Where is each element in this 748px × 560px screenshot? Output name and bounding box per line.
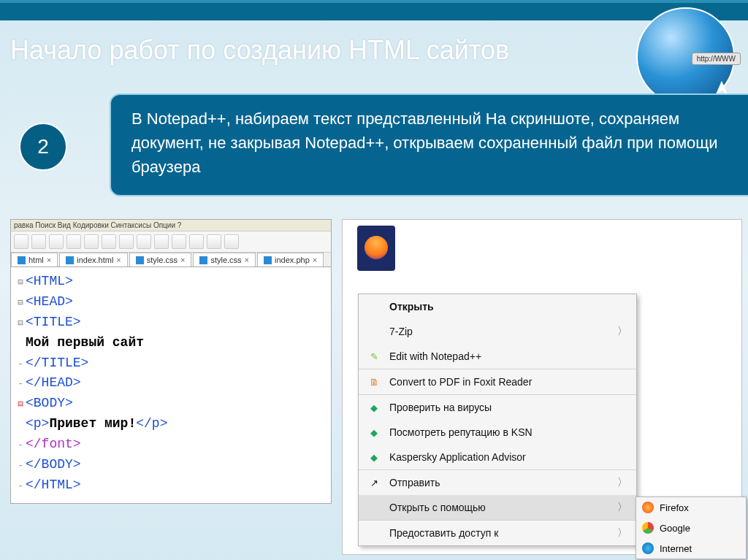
- submenu-firefox[interactable]: Firefox: [636, 497, 746, 518]
- share-icon: ↗: [367, 476, 381, 489]
- submenu-google[interactable]: Google: [636, 518, 746, 538]
- description-box: В Notepad++, набираем текст представленн…: [110, 93, 748, 196]
- code-line: Мой первый сайт: [26, 335, 144, 350]
- code-line: </HTML>: [26, 477, 81, 492]
- blank-icon: [367, 300, 381, 313]
- zoom-in-icon[interactable]: [207, 234, 221, 249]
- ctx-scan-virus[interactable]: ◆ Проверить на вирусы: [359, 394, 636, 420]
- submenu-label: Firefox: [660, 502, 689, 513]
- notepad-icon: ✎: [367, 350, 381, 363]
- editor-toolbar: [11, 231, 331, 253]
- cut-icon[interactable]: [102, 234, 116, 249]
- code-line: <HTML>: [26, 274, 73, 288]
- ctx-kaspersky-advisor[interactable]: ◆ Kaspersky Application Advisor: [359, 445, 636, 469]
- ctx-convert-pdf[interactable]: 🗎 Convert to PDF in Foxit Reader: [359, 369, 636, 394]
- editor-tab[interactable]: index.html×: [59, 253, 128, 266]
- undo-icon[interactable]: [154, 234, 169, 249]
- firefox-icon: [642, 502, 654, 513]
- tab-label: html: [28, 256, 44, 264]
- ctx-label: Convert to PDF in Foxit Reader: [389, 376, 532, 388]
- file-icon: [199, 256, 207, 264]
- ctx-open-with[interactable]: Открыть с помощью 〉: [359, 495, 636, 520]
- slide-title: Начало работ по созданию HTML сайтов: [10, 35, 509, 66]
- editor-tab[interactable]: html×: [11, 253, 58, 266]
- editor-tab[interactable]: style.css×: [129, 253, 192, 266]
- code-line: </TITLE>: [26, 356, 88, 370]
- close-icon[interactable]: ×: [47, 256, 51, 264]
- blank-icon: [367, 325, 381, 338]
- copy-icon[interactable]: [119, 234, 134, 249]
- code-line: </BODY>: [26, 457, 81, 472]
- notepad-editor: равка Поиск Вид Кодировки Синтаксисы Опц…: [10, 219, 332, 504]
- file-icon: [18, 256, 26, 264]
- submenu-internet[interactable]: Internet: [636, 538, 746, 559]
- editor-menubar[interactable]: равка Поиск Вид Кодировки Синтаксисы Опц…: [11, 220, 331, 231]
- ctx-label: Edit with Notepad++: [389, 350, 481, 362]
- save-all-icon[interactable]: [66, 234, 81, 249]
- ctx-label: Предоставить доступ к: [389, 527, 498, 539]
- ctx-label: Проверить на вирусы: [389, 402, 492, 413]
- zoom-out-icon[interactable]: [224, 234, 239, 249]
- chevron-right-icon: 〉: [617, 501, 627, 514]
- code-line: <BODY>: [26, 396, 73, 410]
- ctx-label: Открыть с помощью: [389, 502, 486, 513]
- find-icon[interactable]: [189, 234, 204, 249]
- chevron-right-icon: 〉: [617, 325, 627, 338]
- html-file-item[interactable]: [354, 226, 398, 284]
- code-line: Привет мир!: [49, 416, 136, 431]
- code-line: </font>: [26, 437, 81, 451]
- step-badge: 2: [19, 123, 67, 171]
- print-icon[interactable]: [84, 234, 99, 249]
- shield-icon: ◆: [367, 401, 381, 414]
- ctx-label: Посмотреть репутацию в KSN: [389, 426, 533, 438]
- close-icon[interactable]: ×: [116, 256, 121, 264]
- ctx-send[interactable]: ↗ Отправить 〉: [359, 469, 636, 495]
- globe-icon: [636, 7, 735, 106]
- chrome-icon: [642, 522, 654, 534]
- file-icon: [66, 256, 74, 264]
- code-line: <HEAD>: [26, 294, 73, 309]
- code-line: <p>: [26, 416, 49, 431]
- tab-label: style.css: [147, 256, 178, 264]
- ctx-grant-access[interactable]: Предоставить доступ к 〉: [359, 520, 636, 545]
- code-area[interactable]: ⊟<HTML> ⊟<HEAD> ⊟<TITLE> Мой первый сайт…: [11, 267, 331, 503]
- submenu-label: Internet: [660, 543, 692, 554]
- redo-icon[interactable]: [172, 234, 186, 249]
- ctx-7zip[interactable]: 7-Zip 〉: [359, 319, 636, 344]
- open-with-submenu: Firefox Google Internet: [636, 496, 747, 559]
- firefox-file-icon: [357, 226, 395, 271]
- ctx-label: 7-Zip: [389, 326, 413, 337]
- close-icon[interactable]: ×: [180, 256, 185, 264]
- paste-icon[interactable]: [137, 234, 151, 249]
- ie-icon: [642, 542, 654, 554]
- code-line: </HEAD>: [26, 375, 81, 390]
- save-icon[interactable]: [49, 234, 64, 249]
- ctx-ksn-reputation[interactable]: ◆ Посмотреть репутацию в KSN: [359, 420, 636, 445]
- code-line: <TITLE>: [26, 315, 81, 329]
- shield-icon: ◆: [367, 450, 381, 464]
- ctx-open[interactable]: Открыть: [359, 294, 636, 319]
- pdf-icon: 🗎: [367, 375, 381, 388]
- file-icon: [136, 256, 144, 264]
- close-icon[interactable]: ×: [313, 256, 317, 264]
- context-menu: Открыть 7-Zip 〉 ✎ Edit with Notepad++ 🗎 …: [358, 294, 637, 546]
- editor-tabs: html× index.html× style.css× style.css× …: [11, 253, 331, 267]
- ctx-label: Открыть: [389, 301, 434, 312]
- editor-tab[interactable]: index.php×: [257, 253, 324, 266]
- chevron-right-icon: 〉: [617, 476, 627, 489]
- editor-tab[interactable]: style.css×: [193, 253, 256, 266]
- ctx-edit-npp[interactable]: ✎ Edit with Notepad++: [359, 344, 636, 369]
- blank-icon: [367, 526, 381, 540]
- file-icon: [264, 256, 272, 264]
- open-file-icon[interactable]: [31, 234, 46, 249]
- top-band: [0, 0, 748, 20]
- new-file-icon[interactable]: [14, 234, 28, 249]
- close-icon[interactable]: ×: [245, 256, 249, 264]
- tab-label: index.php: [275, 256, 310, 264]
- shield-icon: ◆: [367, 426, 381, 439]
- ctx-label: Отправить: [389, 477, 440, 488]
- submenu-label: Google: [660, 523, 690, 534]
- chevron-right-icon: 〉: [617, 526, 627, 540]
- tab-label: index.html: [77, 256, 113, 264]
- tab-label: style.css: [210, 256, 241, 264]
